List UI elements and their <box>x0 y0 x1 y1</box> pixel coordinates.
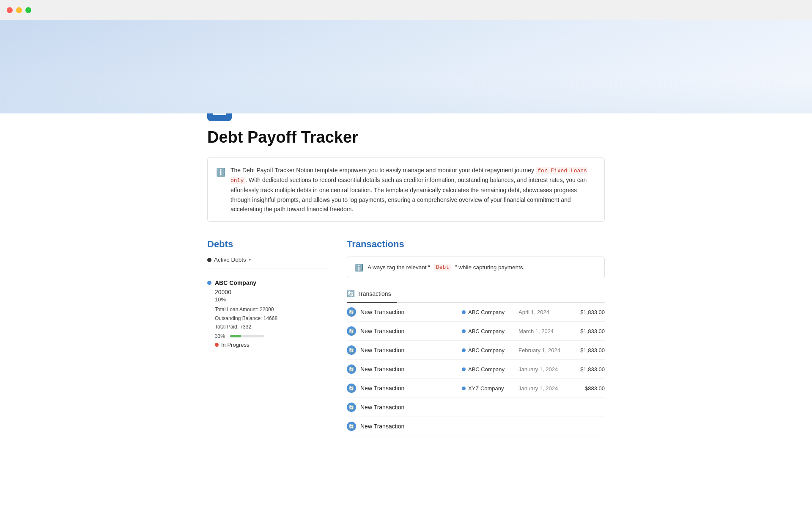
trans-meta-2: ABC Company February 1, 2024 $1,833.00 <box>462 347 605 353</box>
transaction-list: 🔄 New Transaction ABC Company April 1, 2… <box>347 303 605 436</box>
trans-row-icon-5: 🔄 <box>347 403 356 412</box>
trans-info-text1: Always tag the relevant “ <box>368 264 430 271</box>
chevron-down-icon: ▾ <box>249 257 251 262</box>
trans-row-icon-1: 🔄 <box>347 326 356 336</box>
trans-meta-3: ABC Company January 1, 2024 $1,833.00 <box>462 366 605 373</box>
debt-amount: 20000 <box>215 289 330 295</box>
trans-name-1: New Transaction <box>360 328 462 334</box>
progress-bar-fill <box>230 335 241 337</box>
trans-row-5[interactable]: 🔄 New Transaction <box>347 398 605 417</box>
trans-company-name-2: ABC Company <box>468 347 505 353</box>
trans-row-1[interactable]: 🔄 New Transaction ABC Company March 1, 2… <box>347 322 605 341</box>
trans-debt-highlight: Debt <box>434 264 451 271</box>
trans-company-name-4: XYZ Company <box>468 385 504 392</box>
trans-company-dot-0 <box>462 310 466 314</box>
debt-status-dot <box>207 281 211 285</box>
status-text: In Progress <box>221 342 249 348</box>
trans-row-6[interactable]: 🔄 New Transaction <box>347 417 605 436</box>
trans-row-icon-4: 🔄 <box>347 384 356 393</box>
trans-name-4: New Transaction <box>360 385 462 392</box>
trans-company-0: ABC Company <box>462 309 513 315</box>
info-box: ℹ️ The Debt Payoff Tracker Notion templa… <box>207 157 605 222</box>
close-button[interactable] <box>7 7 13 13</box>
trans-date-4: January 1, 2024 <box>518 385 565 392</box>
trans-company-1: ABC Company <box>462 328 513 334</box>
trans-company-dot-2 <box>462 348 466 352</box>
minimize-button[interactable] <box>16 7 22 13</box>
tabs-row: 🔄 Transactions <box>347 287 605 303</box>
progress-row: 33% <box>215 333 330 339</box>
transactions-heading: Transactions <box>347 239 605 250</box>
maximize-button[interactable] <box>25 7 31 13</box>
trans-info-icon: ℹ️ <box>355 264 363 272</box>
trans-company-3: ABC Company <box>462 366 513 373</box>
trans-name-3: New Transaction <box>360 366 462 373</box>
info-text-before: The Debt Payoff Tracker Notion template … <box>230 167 536 174</box>
progress-percentage: 33% <box>215 333 227 339</box>
trans-name-6: New Transaction <box>360 423 605 430</box>
two-col-layout: Debts Active Debts ▾ ABC Company 20000 1… <box>207 239 605 436</box>
info-text-after: . With dedicated sections to record esse… <box>230 177 587 213</box>
total-loan: Total Loan Amount: 22000 <box>215 305 330 314</box>
trans-company-2: ABC Company <box>462 347 513 353</box>
status-indicator-dot <box>215 343 219 347</box>
transactions-section: Transactions ℹ️ Always tag the relevant … <box>347 239 605 436</box>
hero-banner <box>0 20 812 113</box>
trans-amount-2: $1,833.00 <box>571 347 605 353</box>
active-debts-filter[interactable]: Active Debts ▾ <box>207 257 330 268</box>
trans-row-2[interactable]: 🔄 New Transaction ABC Company February 1… <box>347 341 605 360</box>
trans-amount-0: $1,833.00 <box>571 309 605 315</box>
debt-details: Total Loan Amount: 22000 Outsanding Bala… <box>215 305 330 331</box>
filter-dot <box>207 258 211 262</box>
trans-company-dot-3 <box>462 367 466 371</box>
info-text: The Debt Payoff Tracker Notion template … <box>230 166 596 214</box>
title-bar <box>0 0 812 20</box>
trans-row-icon-3: 🔄 <box>347 364 356 374</box>
trans-meta-0: ABC Company April 1, 2024 $1,833.00 <box>462 309 605 315</box>
debt-card-abc[interactable]: ABC Company 20000 10% Total Loan Amount:… <box>207 275 330 352</box>
tab-transactions[interactable]: 🔄 Transactions <box>347 287 397 303</box>
active-debts-label: Active Debts <box>214 257 246 263</box>
trans-date-2: February 1, 2024 <box>518 347 565 353</box>
trans-meta-4: XYZ Company January 1, 2024 $883.00 <box>462 385 605 392</box>
trans-row-icon-6: 🔄 <box>347 422 356 431</box>
trans-row-icon-0: 🔄 <box>347 307 356 317</box>
page-content: Debt Payoff Tracker ℹ️ The Debt Payoff T… <box>173 101 639 461</box>
info-icon: ℹ️ <box>216 166 225 214</box>
debt-name-row: ABC Company <box>207 279 330 286</box>
trans-date-3: January 1, 2024 <box>518 366 565 373</box>
trans-meta-1: ABC Company March 1, 2024 $1,833.00 <box>462 328 605 334</box>
tab-transactions-icon: 🔄 <box>347 290 355 298</box>
trans-name-5: New Transaction <box>360 404 605 411</box>
trans-company-name-1: ABC Company <box>468 328 505 334</box>
trans-row-icon-2: 🔄 <box>347 345 356 355</box>
trans-row-3[interactable]: 🔄 New Transaction ABC Company January 1,… <box>347 360 605 379</box>
trans-company-name-0: ABC Company <box>468 309 505 315</box>
trans-company-name-3: ABC Company <box>468 366 505 373</box>
outstanding-balance: Outsanding Balance: 14668 <box>215 314 330 323</box>
debts-section: Debts Active Debts ▾ ABC Company 20000 1… <box>207 239 330 352</box>
trans-date-1: March 1, 2024 <box>518 328 565 334</box>
trans-info-text2: ” while capturing payments. <box>455 264 524 271</box>
trans-amount-3: $1,833.00 <box>571 366 605 373</box>
trans-company-4: XYZ Company <box>462 385 513 392</box>
total-paid: Total Paid: 7332 <box>215 323 330 331</box>
trans-row-0[interactable]: 🔄 New Transaction ABC Company April 1, 2… <box>347 303 605 322</box>
trans-name-0: New Transaction <box>360 309 462 315</box>
progress-bar <box>230 335 264 337</box>
debt-name: ABC Company <box>215 279 256 286</box>
trans-company-dot-1 <box>462 329 466 333</box>
debts-heading: Debts <box>207 239 330 250</box>
trans-name-2: New Transaction <box>360 347 462 353</box>
debt-rate: 10% <box>215 296 330 303</box>
status-row: In Progress <box>215 342 330 348</box>
trans-amount-1: $1,833.00 <box>571 328 605 334</box>
page-title: Debt Payoff Tracker <box>207 128 605 147</box>
trans-company-dot-4 <box>462 387 466 390</box>
trans-date-0: April 1, 2024 <box>518 309 565 315</box>
trans-row-4[interactable]: 🔄 New Transaction XYZ Company January 1,… <box>347 379 605 398</box>
tab-transactions-label: Transactions <box>357 290 391 297</box>
transactions-info-box: ℹ️ Always tag the relevant “Debt” while … <box>347 257 605 278</box>
trans-amount-4: $883.00 <box>571 385 605 392</box>
